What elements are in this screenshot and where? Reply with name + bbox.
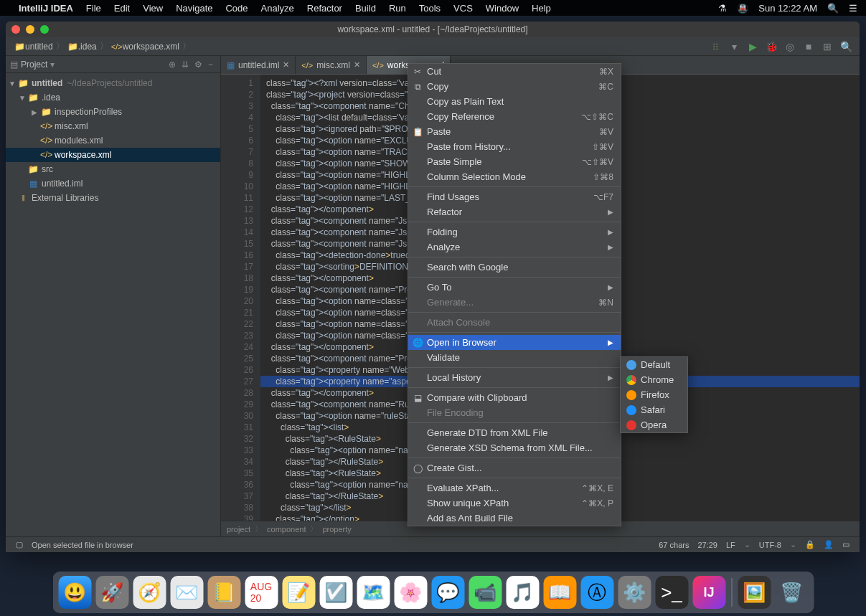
cm-paste-history[interactable]: Paste from History...⇧⌘V	[408, 139, 621, 154]
cm-paste-simple[interactable]: Paste Simple⌥⇧⌘V	[408, 154, 621, 169]
cm-compare-clipboard[interactable]: ⬓Compare with Clipboard	[408, 390, 621, 405]
crumb-item[interactable]: component	[267, 525, 306, 534]
cm-refactor[interactable]: Refactor▶	[408, 204, 621, 219]
status-line-ending[interactable]: LF	[726, 541, 735, 549]
menu-run[interactable]: Run	[389, 3, 406, 14]
dock-facetime[interactable]: 📹	[469, 576, 502, 609]
cm-eval-xpath[interactable]: Evaluate XPath...⌃⌘X, E	[408, 480, 621, 496]
tree-folder-idea[interactable]: ▼📁.idea	[6, 90, 220, 105]
window-minimize-button[interactable]	[26, 25, 34, 34]
menu-analyze[interactable]: Analyze	[261, 3, 294, 14]
inspector-icon[interactable]: 👤	[824, 540, 834, 549]
tray-icon[interactable]: ⚗	[718, 3, 727, 14]
cm-analyze[interactable]: Analyze▶	[408, 240, 621, 255]
dock-reminders[interactable]: ☑️	[319, 576, 352, 609]
dock-intellij[interactable]: IJ	[692, 576, 725, 609]
hide-icon[interactable]: −	[208, 60, 213, 70]
menu-file[interactable]: File	[86, 3, 101, 14]
cm-paste[interactable]: 📋Paste⌘V	[408, 124, 621, 139]
tree-file-iml[interactable]: ▦untitled.iml	[6, 176, 220, 191]
dock-maps[interactable]: 🗺️	[357, 576, 390, 609]
tree-file[interactable]: </>modules.xml	[6, 133, 220, 148]
cm-folding[interactable]: Folding▶	[408, 224, 621, 240]
cm-create-gist[interactable]: ◯Create Gist...	[408, 460, 621, 475]
menu-vcs[interactable]: VCS	[453, 3, 473, 14]
status-encoding[interactable]: UTF-8	[759, 541, 781, 549]
status-icon[interactable]: ▢	[16, 540, 23, 549]
close-icon[interactable]: ✕	[283, 60, 289, 70]
settings-icon[interactable]: ⚙	[194, 60, 202, 70]
dock-appstore[interactable]: Ⓐ	[580, 576, 613, 609]
cm-column-selection[interactable]: Column Selection Mode⇧⌘8	[408, 169, 621, 184]
cm-copy-ref[interactable]: Copy Reference⌥⇧⌘C	[408, 109, 621, 124]
tree-external-libs[interactable]: ⦀External Libraries	[6, 191, 220, 205]
cm-validate[interactable]: Validate	[408, 350, 621, 365]
dock-safari[interactable]: 🧭	[133, 576, 166, 609]
cm-cut[interactable]: ✂Cut⌘X	[408, 64, 621, 79]
window-close-button[interactable]	[11, 25, 20, 34]
dock-finder[interactable]: 😃	[58, 576, 91, 609]
cm-search-google[interactable]: Search with Google	[408, 260, 621, 275]
breadcrumb-item[interactable]: untitled	[25, 42, 53, 52]
cm-open-in-browser[interactable]: 🌐Open in Browser▶	[408, 335, 621, 350]
cm-show-xpath[interactable]: Show unique XPath⌃⌘X, P	[408, 496, 621, 511]
breadcrumb-item[interactable]: workspace.xml	[123, 42, 179, 52]
dock-itunes[interactable]: 🎵	[506, 576, 539, 609]
cm-gen-dtd[interactable]: Generate DTD from XML File	[408, 425, 621, 440]
cm-copy[interactable]: ⧉Copy⌘C	[408, 79, 621, 94]
dropdown-icon[interactable]: ▾	[727, 39, 741, 54]
cm-gen-xsd[interactable]: Generate XSD Schema from XML File...	[408, 440, 621, 455]
memory-icon[interactable]: ▭	[842, 540, 849, 549]
run-config-icon[interactable]: ⁝⁝	[708, 39, 723, 54]
lock-icon[interactable]: 🔒	[805, 540, 815, 549]
collapse-all-icon[interactable]: ⇊	[182, 60, 189, 70]
dock-contacts[interactable]: 📒	[207, 576, 240, 609]
search-button[interactable]: 🔍	[839, 39, 853, 54]
browser-firefox[interactable]: Firefox	[621, 387, 687, 402]
menu-tools[interactable]: Tools	[419, 3, 441, 14]
scroll-to-source-icon[interactable]: ⊕	[169, 60, 176, 70]
dock-launchpad[interactable]: 🚀	[95, 576, 128, 609]
dock-preferences[interactable]: ⚙️	[618, 576, 651, 609]
dock-messages[interactable]: 💬	[431, 576, 464, 609]
cm-local-history[interactable]: Local History▶	[408, 370, 621, 385]
dock-notes[interactable]: 📝	[282, 576, 315, 609]
close-icon[interactable]: ✕	[354, 60, 360, 70]
crumb-item[interactable]: project	[227, 525, 250, 534]
menu-help[interactable]: Help	[532, 3, 551, 14]
layout-button[interactable]: ⊞	[820, 39, 834, 54]
run-button[interactable]: ▶	[745, 39, 760, 54]
tray-icon[interactable]: 🚇	[737, 3, 748, 14]
browser-opera[interactable]: Opera	[621, 417, 687, 432]
editor-tab[interactable]: ▦untitled.iml✕	[221, 56, 296, 74]
coverage-button[interactable]: ◎	[783, 39, 797, 54]
debug-button[interactable]: 🐞	[764, 39, 778, 54]
tree-folder-src[interactable]: 📁src	[6, 162, 220, 176]
tree-project-root[interactable]: ▼📁 untitled~/IdeaProjects/untitled	[6, 76, 220, 90]
status-position[interactable]: 27:29	[697, 541, 717, 549]
panel-title[interactable]: Project	[21, 60, 47, 70]
browser-default[interactable]: Default	[621, 357, 687, 372]
menu-navigate[interactable]: Navigate	[176, 3, 212, 14]
dock-photos[interactable]: 🌸	[394, 576, 427, 609]
browser-chrome[interactable]: Chrome	[621, 372, 687, 387]
menu-code[interactable]: Code	[225, 3, 248, 14]
dock-mail[interactable]: ✉️	[170, 576, 203, 609]
dock-ibooks[interactable]: 📖	[543, 576, 576, 609]
crumb-item[interactable]: property	[322, 525, 351, 534]
dock-calendar[interactable]: AUG20	[245, 576, 278, 609]
menu-view[interactable]: View	[143, 3, 163, 14]
browser-safari[interactable]: Safari	[621, 402, 687, 417]
cm-goto[interactable]: Go To▶	[408, 280, 621, 295]
breadcrumb-item[interactable]: .idea	[78, 42, 97, 52]
menu-window[interactable]: Window	[486, 3, 519, 14]
dock-folder[interactable]: 🖼️	[738, 576, 771, 609]
cm-find-usages[interactable]: Find Usages⌥F7	[408, 189, 621, 204]
tree-file[interactable]: </>misc.xml	[6, 119, 220, 133]
menu-edit[interactable]: Edit	[114, 3, 130, 14]
clock[interactable]: Sun 12:22 AM	[758, 3, 817, 14]
dock-trash[interactable]: 🗑️	[775, 576, 808, 609]
menu-icon[interactable]: ☰	[849, 3, 857, 14]
editor-tab[interactable]: </>misc.xml✕	[296, 56, 367, 74]
cm-copy-plain[interactable]: Copy as Plain Text	[408, 94, 621, 109]
